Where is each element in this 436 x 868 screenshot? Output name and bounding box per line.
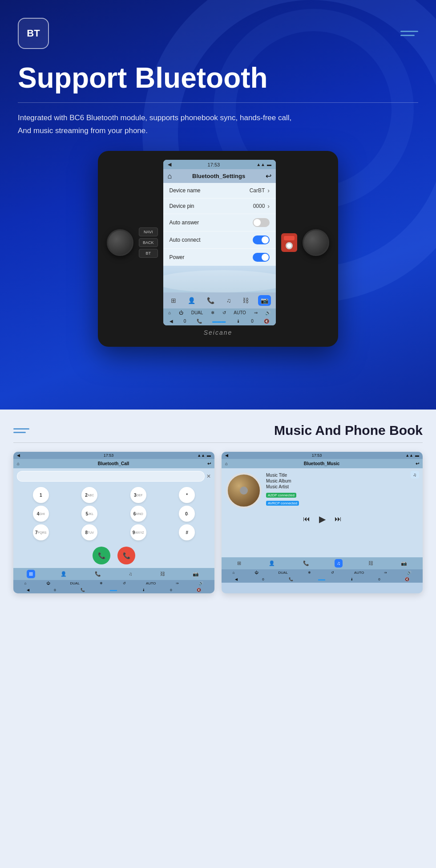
bottom-home[interactable]: ⌂ [168,310,171,315]
music-home-icon[interactable]: ⌂ [225,461,228,466]
call-tab-link[interactable]: ⛓ [158,570,167,578]
prev-button[interactable]: ⏮ [303,515,310,523]
right-btn-2[interactable] [286,242,293,249]
music-tab-user[interactable]: 👤 [266,559,277,568]
dial-6[interactable]: 6MNO [130,506,146,522]
device-name-row: Device name CarBT › [163,183,276,199]
call-bot-vol[interactable]: 🔊 [199,581,203,585]
music-back-icon[interactable]: ↩ [416,461,419,466]
dial-hash[interactable]: # [179,524,195,540]
call-bb-prog: ▬▬ [110,588,117,592]
call-back-btn[interactable]: ◀ [17,453,20,458]
call-back-icon[interactable]: ↩ [207,461,211,466]
call-home-icon[interactable]: ⌂ [17,461,20,466]
screen-tab-bar: ⊞ 👤 📞 ♫ ⛓ 📷 [163,292,276,308]
back-arrow-icon[interactable]: ◀ [168,162,171,167]
dial-9[interactable]: 9WXYZ [130,524,146,540]
main-screen: ◀ 17:53 ▲▲ ▬ ⌂ Bluetooth_Settings ↩ [163,160,276,325]
tab-link-icon[interactable]: ⛓ [240,295,251,306]
tab-user-icon[interactable]: 👤 [185,295,198,306]
tab-phone-icon[interactable]: 📞 [204,295,217,306]
bottom-back2[interactable]: ◀ [170,319,173,324]
call-bot-fan[interactable]: ⇒ [176,581,179,585]
music-tab-music[interactable]: ♫ [335,559,343,568]
music-tab-cam[interactable]: 📷 [399,559,409,568]
bt-button[interactable]: BT [139,249,158,258]
music-bot-flake[interactable]: ❄ [308,571,311,575]
right-knob[interactable] [303,229,329,256]
left-knob[interactable] [107,229,133,256]
call-bb-mute[interactable]: 🔇 [197,588,201,592]
music-info: Music Title Music Album Music Artist A2D… [222,468,423,532]
music-tab-grid[interactable]: ⊞ [235,559,243,568]
back-button[interactable]: BACK [139,238,158,247]
bottom-phone2[interactable]: 📞 [197,319,202,324]
tab-music-icon[interactable]: ♫ [224,295,234,306]
music-bot-power[interactable]: ⏻ [254,571,258,575]
right-btn-group [281,233,297,252]
call-bb-back[interactable]: ◀ [27,588,29,592]
music-tab-link[interactable]: ⛓ [366,559,375,568]
call-tab-phone[interactable]: 📞 [93,570,103,578]
bottom-recycle[interactable]: ↺ [222,310,226,315]
dial-8[interactable]: 8TUV [81,524,97,540]
call-input-row: ✕ [13,468,214,484]
dial-0[interactable]: 0- [179,506,195,522]
music-back-btn[interactable]: ◀ [225,453,228,458]
auto-answer-toggle[interactable] [253,218,270,227]
dial-4[interactable]: 4GHI [33,506,49,522]
dial-5[interactable]: 5JKL [81,506,97,522]
music-bot-vol[interactable]: 🔊 [407,571,412,575]
tab-grid-icon[interactable]: ⊞ [168,295,179,306]
bottom-menu-icon[interactable] [13,428,29,433]
call-tab-grid[interactable]: ⊞ [27,570,35,578]
call-bot-loop[interactable]: ↺ [123,581,126,585]
bottom-mute[interactable]: 🔇 [264,319,269,324]
dial-star[interactable]: * [179,487,195,503]
back-icon[interactable]: ↩ [266,172,271,180]
music-bb-phone[interactable]: 📞 [289,577,293,581]
call-signal: ▲▲ [197,453,205,458]
dial-3[interactable]: 3DEF [130,487,146,503]
call-tab-cam[interactable]: 📷 [190,570,201,578]
music-note-btn[interactable]: ♫ [411,471,420,479]
play-button[interactable]: ▶ [319,514,326,524]
call-bot-flake[interactable]: ❄ [100,581,103,585]
call-bot-power[interactable]: ⏻ [46,581,50,585]
bottom-auto[interactable]: AUTO [234,310,246,315]
bottom-power[interactable]: ⏻ [179,310,183,315]
call-tab-music[interactable]: ♫ [126,570,134,578]
device-name-label: Device name [170,187,201,194]
bottom-fan[interactable]: ⇒ [254,310,258,315]
music-tab-phone[interactable]: 📞 [301,559,311,568]
music-status-icons: ▲▲ ▬ [405,453,419,458]
music-bot-home[interactable]: ⌂ [233,571,235,575]
call-input-field[interactable] [17,471,205,482]
music-bb-mute[interactable]: 🔇 [405,577,409,581]
call-redial-button[interactable]: 📞 [117,547,135,564]
call-bb-phone[interactable]: 📞 [81,588,85,592]
dial-2[interactable]: 2ABC [81,487,97,503]
right-btn-1[interactable] [284,236,295,240]
device-pin-arrow[interactable]: › [267,203,270,210]
next-button[interactable]: ⏭ [335,515,342,523]
call-button[interactable]: 📞 [93,547,110,564]
bottom-vol[interactable]: 🔊 [265,310,270,315]
bottom-snowflake[interactable]: ❄ [211,310,214,315]
music-bot-loop[interactable]: ↺ [331,571,334,575]
device-name-arrow[interactable]: › [267,187,270,194]
auto-connect-toggle[interactable] [253,235,270,244]
menu-button[interactable] [400,31,418,36]
call-input-clear[interactable]: ✕ [206,473,211,479]
dial-1[interactable]: 1 [33,487,49,503]
music-content: ♫ Music Title Music Album Music Artist A… [222,468,423,557]
home-icon[interactable]: ⌂ [168,172,172,180]
call-tab-user[interactable]: 👤 [58,570,69,578]
navi-button[interactable]: NAVI [139,227,158,236]
call-bot-home[interactable]: ⌂ [24,581,27,585]
power-toggle[interactable] [253,253,270,262]
music-bot-fan[interactable]: ⇒ [384,571,387,575]
music-bb-back[interactable]: ◀ [235,577,238,581]
dial-7[interactable]: 7PQRS [33,524,49,540]
tab-camera-icon[interactable]: 📷 [258,295,271,306]
